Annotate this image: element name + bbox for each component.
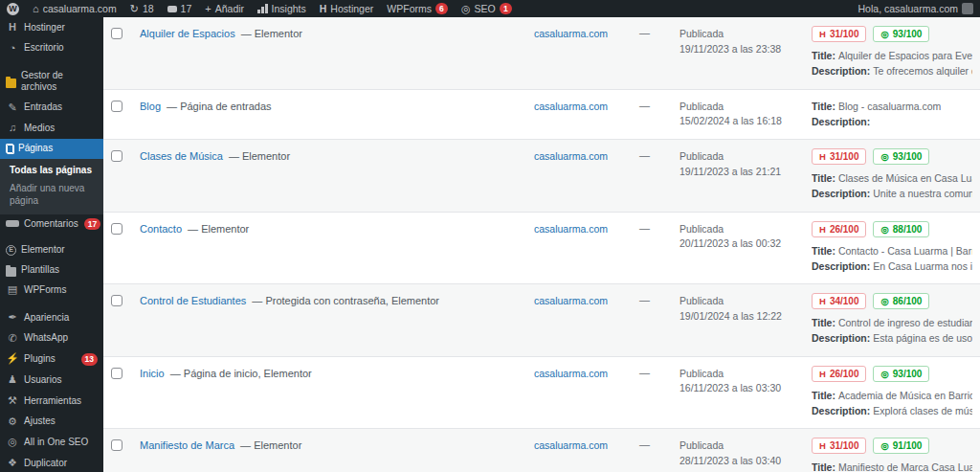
wpforms-menu[interactable]: WPForms 6 bbox=[380, 0, 455, 17]
wpforms-icon: ▤ bbox=[6, 283, 19, 297]
sidebar-item-comentarios[interactable]: Comentarios17 bbox=[0, 214, 103, 235]
headline-score-badge[interactable]: H 34/100 bbox=[812, 293, 866, 309]
headline-score-badge[interactable]: H 26/100 bbox=[812, 366, 866, 382]
sidebar-item-plugins[interactable]: ⚡Plugins13 bbox=[0, 348, 103, 370]
row-checkbox[interactable] bbox=[111, 223, 122, 235]
headline-score-badge[interactable]: H 26/100 bbox=[812, 221, 866, 237]
title-cell: Blog — Página de entradas bbox=[140, 99, 534, 130]
sidebar-item-herramientas[interactable]: ⚒Herramientas bbox=[0, 391, 103, 412]
headline-score-badge[interactable]: H 31/100 bbox=[812, 438, 866, 454]
title-cell: Inicio — Página de inicio, Elementor bbox=[140, 366, 534, 419]
seo-title-line: Title:Alquiler de Espacios para Eventos … bbox=[812, 48, 972, 63]
author-link[interactable]: casaluarma.com bbox=[534, 439, 608, 451]
seo-description-line: Description:Esta página es de uso admini… bbox=[812, 330, 972, 346]
page-title-link[interactable]: Control de Estudiantes bbox=[140, 295, 246, 306]
seo-score-value: 93/100 bbox=[893, 369, 923, 379]
tools-icon: ⚒ bbox=[6, 394, 19, 408]
sidebar-submenu-item-todas-las-paginas[interactable]: Todas las páginas bbox=[0, 161, 103, 179]
page-state-label: — Elementor bbox=[226, 150, 290, 162]
sidebar-item-label: Gestor de archivos bbox=[21, 70, 98, 94]
row-checkbox[interactable] bbox=[111, 368, 122, 379]
title-cell: Clases de Música — Elementor bbox=[140, 148, 534, 202]
sidebar-item-apariencia[interactable]: ✒Apariencia bbox=[0, 307, 103, 328]
sidebar-item-label: Plugins bbox=[24, 353, 76, 366]
sidebar-item-elementor[interactable]: EElementor bbox=[0, 240, 103, 260]
wordpress-menu[interactable]: W bbox=[0, 0, 26, 17]
aioseo-gauge-icon: ◎ bbox=[880, 151, 888, 162]
site-name-label: casaluarma.com bbox=[43, 3, 117, 14]
seo-score-badge[interactable]: ◎ 91/100 bbox=[873, 438, 929, 454]
aioseo-icon: ◎ bbox=[6, 436, 19, 449]
sidebar-item-wpforms[interactable]: ▤WPForms bbox=[0, 280, 103, 301]
seo-score-badge[interactable]: ◎ 88/100 bbox=[873, 221, 929, 237]
headline-analyzer-icon: H bbox=[819, 296, 826, 306]
sidebar-submenu-item-anadir-una-nueva-pagina[interactable]: Añadir una nueva página bbox=[0, 179, 103, 210]
seo-description-label: Description: bbox=[812, 188, 870, 199]
seo-title-value: Contacto - Casa Luarma | Barrio Escal… bbox=[838, 245, 972, 257]
author-link[interactable]: casaluarma.com bbox=[534, 295, 608, 306]
headline-score-badge[interactable]: H 31/100 bbox=[812, 26, 866, 42]
hostinger-label: Hostinger bbox=[330, 3, 373, 14]
aioseo-gauge-icon: ◎ bbox=[880, 224, 888, 235]
page-title-link[interactable]: Clases de Música bbox=[140, 150, 223, 162]
publish-status: Publicada bbox=[679, 149, 812, 165]
seo-score-badge[interactable]: ◎ 93/100 bbox=[873, 148, 929, 165]
table-row: Manifiesto de Marca — Elementor casaluar… bbox=[103, 428, 980, 472]
author-link[interactable]: casaluarma.com bbox=[534, 101, 608, 112]
sidebar-item-entradas[interactable]: ✎Entradas bbox=[0, 98, 103, 119]
sidebar-item-whatsapp[interactable]: ✆WhatsApp bbox=[0, 328, 103, 349]
seo-score-badge[interactable]: ◎ 93/100 bbox=[873, 26, 929, 42]
row-checkbox[interactable] bbox=[111, 150, 122, 162]
sidebar-item-hostinger[interactable]: HHostinger bbox=[0, 17, 103, 38]
wpforms-notification-badge: 6 bbox=[435, 3, 448, 14]
author-link[interactable]: casaluarma.com bbox=[534, 223, 608, 235]
sidebar-item-usuarios[interactable]: ♟Usuarios bbox=[0, 370, 103, 391]
author-link[interactable]: casaluarma.com bbox=[534, 368, 608, 379]
row-checkbox[interactable] bbox=[111, 295, 122, 306]
sidebar-item-label: Medios bbox=[24, 123, 98, 135]
author-cell: casaluarma.com bbox=[534, 293, 639, 347]
sidebar-item-duplicator[interactable]: ❖Duplicator bbox=[0, 453, 103, 472]
checkbox-cell bbox=[111, 221, 140, 275]
insights-label: Insights bbox=[272, 3, 306, 14]
seo-details-cell: H 26/100 ◎ 93/100 Title:Academia de Músi… bbox=[812, 366, 980, 419]
sidebar-item-all-in-one-seo[interactable]: ◎All in One SEO bbox=[0, 432, 103, 453]
sidebar-item-ajustes[interactable]: ⚙Ajustes bbox=[0, 412, 103, 433]
author-link[interactable]: casaluarma.com bbox=[534, 28, 608, 39]
comments-cell: — bbox=[639, 99, 679, 130]
page-title-link[interactable]: Contacto bbox=[140, 223, 182, 235]
greeting-label: Hola, casaluarma.com bbox=[858, 3, 958, 14]
seo-score-badge[interactable]: ◎ 86/100 bbox=[873, 293, 929, 309]
row-checkbox[interactable] bbox=[111, 101, 122, 112]
sidebar-item-escritorio[interactable]: ◔Escritorio bbox=[0, 38, 103, 59]
page-title-link[interactable]: Blog bbox=[140, 101, 161, 112]
page-title-link[interactable]: Alquiler de Espacios bbox=[140, 28, 235, 39]
hostinger-menu[interactable]: H Hostinger bbox=[313, 0, 381, 17]
row-checkbox[interactable] bbox=[111, 28, 122, 39]
page-title-link[interactable]: Manifiesto de Marca bbox=[140, 439, 234, 451]
seo-description-label: Description: bbox=[812, 260, 870, 272]
appearance-icon: ✒ bbox=[6, 311, 19, 325]
seo-title-line: Title:Manifiesto de Marca Casa Luarma | … bbox=[812, 460, 972, 472]
comments-shortcut[interactable]: 17 bbox=[161, 0, 199, 17]
page-title-link[interactable]: Inicio bbox=[140, 368, 165, 379]
headline-score-badge[interactable]: H 31/100 bbox=[812, 148, 866, 165]
score-badges: H 34/100 ◎ 86/100 bbox=[812, 293, 972, 309]
row-checkbox[interactable] bbox=[111, 439, 122, 451]
my-account-menu[interactable]: Hola, casaluarma.com bbox=[852, 0, 980, 17]
sidebar-item-plantillas[interactable]: Plantillas bbox=[0, 260, 103, 281]
sidebar-item-gestor-de-archivos[interactable]: Gestor de archivos bbox=[0, 66, 103, 98]
updates-menu[interactable]: ↻ 18 bbox=[123, 0, 161, 17]
author-cell: casaluarma.com bbox=[534, 221, 639, 275]
avatar bbox=[962, 3, 973, 14]
sidebar-item-medios[interactable]: ♫Medios bbox=[0, 118, 103, 139]
seo-menu[interactable]: ◎ SEO 1 bbox=[455, 0, 519, 17]
sidebar-item-paginas[interactable]: Páginas bbox=[0, 139, 103, 159]
seo-title-label: Title: bbox=[812, 50, 835, 61]
site-name-menu[interactable]: ⌂ casaluarma.com bbox=[26, 0, 123, 17]
author-link[interactable]: casaluarma.com bbox=[534, 150, 608, 162]
insights-menu[interactable]: Insights bbox=[251, 0, 313, 17]
seo-score-badge[interactable]: ◎ 93/100 bbox=[873, 366, 929, 382]
seo-title-value: Blog - casaluarma.com bbox=[838, 101, 941, 112]
add-new-menu[interactable]: + Añadir bbox=[198, 0, 251, 17]
